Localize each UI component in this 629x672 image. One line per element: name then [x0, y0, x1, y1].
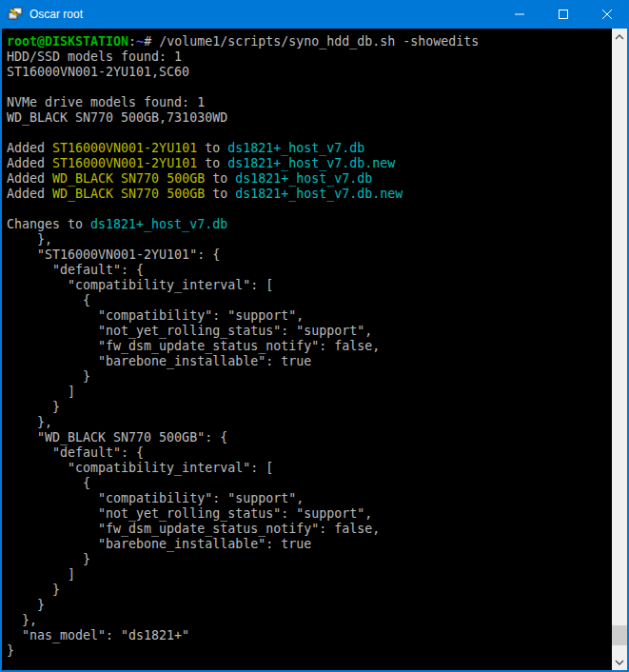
terminal-line: "ST16000VN001-2YU101": {: [7, 247, 612, 263]
maximize-button[interactable]: [541, 0, 585, 29]
terminal-text-segment: ~: [136, 34, 144, 49]
terminal-line: root@DISKSTATION:~# /volume1/scripts/syn…: [7, 34, 612, 49]
terminal-text-segment: ds1821+_host_v7.db.new: [227, 156, 395, 170]
terminal-line: "fw_dsm_update_status_notify": false,: [7, 522, 612, 537]
terminal-line: "barebone_installable": true: [7, 354, 612, 369]
putty-app-icon[interactable]: [8, 7, 23, 22]
terminal-text-segment: ST16000VN001-2YU101: [52, 141, 197, 155]
terminal-text-segment: ds1821+_host_v7.db: [90, 217, 227, 231]
terminal-line: {: [7, 293, 612, 308]
scroll-down-button[interactable]: [612, 654, 627, 670]
terminal-line: "default": {: [7, 445, 612, 461]
chevron-up-icon: [615, 34, 624, 40]
terminal-text-segment: ds1821+_host_v7.db: [235, 171, 372, 186]
terminal-line: [7, 126, 612, 141]
terminal-text-segment: Added: [7, 141, 52, 155]
title-bar[interactable]: Oscar root: [0, 0, 629, 29]
putty-window: Oscar root root@DISKSTATION:~# /volume1: [0, 0, 629, 672]
minimize-button[interactable]: [498, 0, 541, 29]
terminal-text-segment: to: [205, 171, 235, 186]
terminal-text-segment: ds1821+_host_v7.db.new: [235, 187, 403, 201]
terminal-text-segment: Changes to: [7, 217, 90, 231]
terminal-text-segment: ]: [7, 567, 75, 582]
terminal-line: },: [7, 415, 612, 430]
terminal-text-segment: WD_BLACK SN770 500GB,731030WD: [7, 110, 227, 125]
terminal-line: ]: [7, 385, 612, 400]
terminal-line: ]: [7, 567, 612, 583]
terminal-line: }: [7, 583, 612, 598]
close-button[interactable]: [585, 0, 629, 29]
terminal-line: },: [7, 232, 612, 247]
terminal-text-segment: HDD/SSD models found: 1: [7, 49, 182, 64]
terminal-text-segment: "compatibility": "support",: [7, 308, 304, 323]
window-title: Oscar root: [29, 8, 498, 21]
terminal-line: "barebone_installable": true: [7, 537, 612, 552]
terminal-text-segment: ST16000VN001-2YU101,SC60: [7, 65, 189, 79]
terminal-text-segment: "fw_dsm_update_status_notify": false,: [7, 339, 380, 353]
terminal-text-segment: "compatibility_interval": [: [7, 278, 273, 292]
terminal-line: }: [7, 643, 612, 659]
terminal-text-segment: "nas_model": "ds1821+": [7, 628, 189, 642]
terminal-line: [7, 80, 612, 95]
terminal-line: "not_yet_rolling_status": "support",: [7, 324, 612, 339]
terminal-line: "default": {: [7, 263, 612, 278]
terminal-output[interactable]: root@DISKSTATION:~# /volume1/scripts/syn…: [2, 29, 612, 670]
terminal-line: Added ST16000VN001-2YU101 to ds1821+_hos…: [7, 141, 612, 156]
scrollbar-thumb[interactable]: [612, 625, 627, 645]
terminal-text-segment: {: [7, 476, 90, 490]
terminal-line: "nas_model": "ds1821+": [7, 628, 612, 643]
terminal-text-segment: }: [7, 583, 60, 597]
terminal-text-segment: root@DISKSTATION: [7, 34, 128, 49]
terminal-text-segment: "barebone_installable": true: [7, 354, 311, 368]
terminal-line: "compatibility_interval": [: [7, 461, 612, 476]
close-icon: [602, 10, 612, 19]
terminal-text-segment: Added: [7, 171, 52, 186]
terminal-text-segment: to: [197, 156, 227, 170]
window-controls: [498, 0, 629, 29]
terminal-text-segment: },: [7, 613, 37, 627]
terminal-text-segment: "compatibility_interval": [: [7, 461, 273, 475]
terminal-text-segment: },: [7, 232, 52, 247]
terminal-line: [7, 202, 612, 217]
terminal-text-segment: NVMe drive models found: 1: [7, 95, 205, 109]
terminal-text-segment: ds1821+_host_v7.db: [227, 141, 364, 155]
terminal-text-segment: to: [197, 141, 227, 155]
terminal-line: Changes to ds1821+_host_v7.db: [7, 217, 612, 232]
terminal-text-segment: }: [7, 400, 60, 414]
terminal-text-segment: "not_yet_rolling_status": "support",: [7, 324, 372, 338]
maximize-icon: [559, 10, 568, 19]
terminal-text-segment: }: [7, 643, 14, 658]
terminal-text-segment: ]: [7, 385, 75, 399]
scrollbar[interactable]: [612, 29, 627, 670]
terminal-line: Added WD_BLACK SN770 500GB to ds1821+_ho…: [7, 187, 612, 202]
terminal-text-segment: "default": {: [7, 445, 144, 460]
terminal-text-segment: WD_BLACK SN770 500GB: [52, 171, 205, 186]
terminal-text-segment: "WD_BLACK SN770 500GB": {: [7, 430, 227, 445]
terminal-text-segment: Added: [7, 187, 52, 201]
scroll-up-button[interactable]: [612, 29, 627, 45]
terminal-line: }: [7, 552, 612, 567]
terminal-line: "compatibility": "support",: [7, 308, 612, 324]
terminal-line: Added ST16000VN001-2YU101 to ds1821+_hos…: [7, 156, 612, 171]
terminal-text-segment: "fw_dsm_update_status_notify": false,: [7, 522, 380, 536]
terminal-line: "not_yet_rolling_status": "support",: [7, 506, 612, 522]
minimize-icon: [515, 10, 524, 19]
terminal-text-segment: "barebone_installable": true: [7, 537, 311, 551]
terminal-line: ST16000VN001-2YU101,SC60: [7, 65, 612, 80]
chevron-down-icon: [615, 660, 624, 665]
terminal-line: },: [7, 613, 612, 628]
terminal-line: "WD_BLACK SN770 500GB": {: [7, 430, 612, 445]
terminal-text-segment: }: [7, 598, 45, 612]
terminal-line: }: [7, 598, 612, 613]
terminal-line: {: [7, 476, 612, 491]
terminal-text-segment: },: [7, 415, 52, 429]
terminal-line: NVMe drive models found: 1: [7, 95, 612, 110]
terminal-text-segment: {: [7, 293, 90, 307]
window-body: root@DISKSTATION:~# /volume1/scripts/syn…: [0, 29, 629, 672]
terminal-text-segment: "compatibility": "support",: [7, 491, 304, 505]
terminal-line: }: [7, 369, 612, 385]
terminal-line: WD_BLACK SN770 500GB,731030WD: [7, 110, 612, 126]
terminal-text-segment: WD_BLACK SN770 500GB: [52, 187, 205, 201]
terminal-line: "compatibility_interval": [: [7, 278, 612, 293]
terminal-text-segment: :: [128, 34, 136, 49]
